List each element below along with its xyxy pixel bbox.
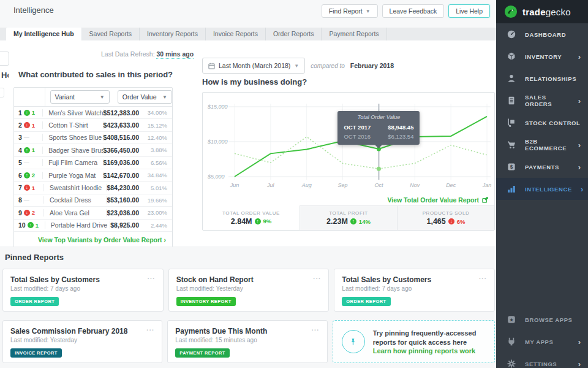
tab-invoice-reports[interactable]: Invoice Reports	[206, 28, 266, 40]
metric-tab-products-sold[interactable]: PRODUCTS SOLD1,465↓6%	[397, 205, 494, 230]
variant-name: Men's Silver Watch	[42, 109, 103, 117]
stock-control-icon	[507, 118, 516, 128]
tab-saved-reports[interactable]: Saved Reports	[82, 28, 140, 40]
pinned-report-card[interactable]: Total Sales by Customers···Last modified…	[2, 269, 164, 312]
metric-tab-total-order-value[interactable]: TOTAL ORDER VALUE2.84M↑9%	[203, 205, 300, 230]
rank-column-spacer	[14, 88, 45, 106]
down-arrow-icon: ↓	[24, 210, 30, 216]
sidebar-item-stock-control[interactable]: STOCK CONTROL	[496, 112, 588, 134]
metric-tab-total-profit[interactable]: TOTAL PROFIT2.23M↑14%	[300, 205, 397, 230]
last-modified: Last modified: Yesterday	[10, 337, 154, 343]
pushpin-icon	[342, 330, 365, 353]
growth-percent: 2.44%	[139, 222, 167, 229]
variant-name: Fuji Film Camera	[42, 159, 103, 166]
sidebar-item-inventory[interactable]: INVENTORY›	[496, 45, 588, 67]
report-title: Stock on Hand Report	[176, 275, 254, 284]
table-row: 5—Fuji Film Camera$169,036.006.56%	[14, 157, 172, 169]
table-row: 6↑2Purple Yoga Mat$142,670.0034.84%	[14, 169, 172, 182]
card-menu-icon[interactable]: ···	[146, 327, 154, 334]
card-menu-icon[interactable]: ···	[312, 327, 320, 334]
growth-percent: 6.56%	[139, 159, 167, 166]
tab-order-reports[interactable]: Order Reports	[266, 28, 322, 40]
sidebar-item-dashboard[interactable]: DASHBOARD	[496, 23, 588, 45]
gecko-icon	[504, 5, 518, 18]
variant-column-select[interactable]: Variant▼	[50, 90, 110, 104]
sidebar-item-b2b-ecommerce[interactable]: B2B ECOMMERCE›	[496, 134, 588, 156]
leave-feedback-button[interactable]: Leave Feedback	[382, 4, 445, 18]
period-value: Last Month (March 2018)	[219, 62, 290, 69]
relationships-icon	[507, 74, 516, 83]
report-title: Total Sales by Customers	[342, 275, 431, 284]
tab-my-intelligence-hub[interactable]: My Intelligence Hub	[6, 28, 82, 40]
report-title: Payments Due This Month	[175, 327, 267, 335]
growth-percent: 19.66%	[139, 197, 167, 204]
business-trend-card: $15,000$10,000$5,000JunJulAugSepOctNovDe…	[202, 92, 495, 231]
pinned-row-2: Sales Commission February 2018···Last mo…	[2, 320, 495, 363]
page-title: Intelligence	[13, 6, 54, 15]
tab-inventory-reports[interactable]: Inventory Reports	[140, 28, 206, 40]
live-help-button[interactable]: Live Help	[448, 4, 490, 18]
pinned-report-card[interactable]: Sales Commission February 2018···Last mo…	[2, 320, 162, 363]
metric-tabs: TOTAL ORDER VALUE2.84M↑9%TOTAL PROFIT2.2…	[203, 205, 494, 230]
report-type-badge: ORDER REPORT	[10, 297, 59, 306]
chevron-right-icon: ›	[578, 163, 581, 171]
card-menu-icon[interactable]: ···	[148, 275, 156, 282]
find-report-button[interactable]: Find Report▼	[322, 4, 378, 18]
order-value: $8,925.00	[110, 221, 139, 229]
report-type-badge: INVENTORY REPORT	[176, 297, 236, 306]
chevron-down-icon: ▼	[162, 94, 167, 100]
chevron-down-icon: ▼	[366, 9, 371, 14]
pinned-report-card[interactable]: Total Sales by Customers···Last modified…	[334, 269, 495, 312]
view-total-order-value-report-link[interactable]: View Total Order Value Report	[387, 194, 488, 205]
period-selector-button[interactable]: Last Month (March 2018) ▼	[202, 58, 305, 74]
chevron-right-icon: ›	[581, 185, 583, 193]
chevron-right-icon: ›	[578, 141, 581, 149]
svg-text:Jun: Jun	[230, 182, 239, 188]
order-value-column-select[interactable]: Order Value▼	[118, 90, 172, 104]
pinned-report-card[interactable]: Payments Due This Month···Last modified:…	[167, 320, 327, 363]
sidebar-item-my-apps[interactable]: MY APPS›	[496, 331, 588, 353]
variant-name: Purple Yoga Mat	[42, 172, 103, 179]
variant-name: Portable Hard Drive	[45, 221, 111, 229]
sidebar-items: DASHBOARDINVENTORY›RELATIONSHIPSSALES OR…	[496, 23, 588, 200]
clipped-element	[0, 52, 9, 66]
svg-text:Jan: Jan	[482, 182, 492, 188]
variant-name: Cotton T-Shirt	[42, 121, 103, 129]
tab-payment-reports[interactable]: Payment Reports	[322, 28, 386, 40]
sidebar-item-settings[interactable]: SETTINGS›	[496, 353, 588, 368]
variant-name: Cocktail Dress	[43, 196, 107, 204]
sidebar-item-payments[interactable]: $PAYMENTS›	[496, 156, 588, 178]
card-menu-icon[interactable]: ···	[479, 275, 487, 282]
promo-learn-link[interactable]: Learn how pinning reports work	[373, 347, 486, 355]
pinned-report-card[interactable]: Stock on Hand Report···Last modified: Ye…	[168, 269, 330, 312]
compared-to-label: compared to	[311, 63, 345, 69]
sidebar-item-relationships[interactable]: RELATIONSHIPS	[496, 67, 588, 90]
chevron-right-icon: ›	[578, 338, 581, 346]
external-link-icon	[482, 197, 488, 203]
growth-percent: 15.12%	[139, 122, 167, 129]
view-top-variants-link[interactable]: View Top Variants by Order Value Report …	[14, 232, 172, 248]
refresh-value: 30 mins ago	[156, 50, 194, 59]
growth-percent: 34.00%	[139, 109, 167, 116]
report-type-badge: INVOICE REPORT	[10, 348, 62, 358]
report-tabs: My Intelligence HubSaved ReportsInventor…	[0, 28, 496, 40]
variant-name: Aloe Vera Gel	[43, 209, 107, 217]
order-value: $512,383.00	[104, 109, 139, 117]
table-row: 2↓1Cotton T-Shirt$423,633.0015.12%	[14, 119, 172, 131]
svg-text:$5,000: $5,000	[207, 174, 225, 180]
tradegecko-intelligence-app: Intelligence Find Report▼Leave FeedbackL…	[0, 0, 588, 368]
card-menu-icon[interactable]: ···	[313, 275, 321, 282]
svg-text:Dec: Dec	[446, 182, 456, 188]
svg-text:$: $	[510, 164, 513, 170]
sidebar-item-sales-orders[interactable]: SALES ORDERS›	[496, 90, 588, 112]
report-type-badge: PAYMENT REPORT	[175, 348, 229, 358]
variant-rows: 1↑1Men's Silver Watch$512,383.0034.00%2↓…	[14, 107, 172, 232]
table-header: Variant▼ Order Value▼	[14, 88, 172, 107]
svg-text:Aug: Aug	[301, 182, 312, 188]
sidebar-item-browse-apps[interactable]: ★BROWSE APPS	[496, 309, 588, 331]
no-change-icon: —	[24, 134, 29, 140]
svg-text:Sep: Sep	[338, 182, 348, 188]
table-row: 9↓2Aloe Vera Gel$23,036.0023.00%	[14, 207, 172, 219]
clipped-element	[0, 88, 4, 98]
sidebar-item-intelligence[interactable]: INTELLIGENCE›	[496, 178, 588, 200]
